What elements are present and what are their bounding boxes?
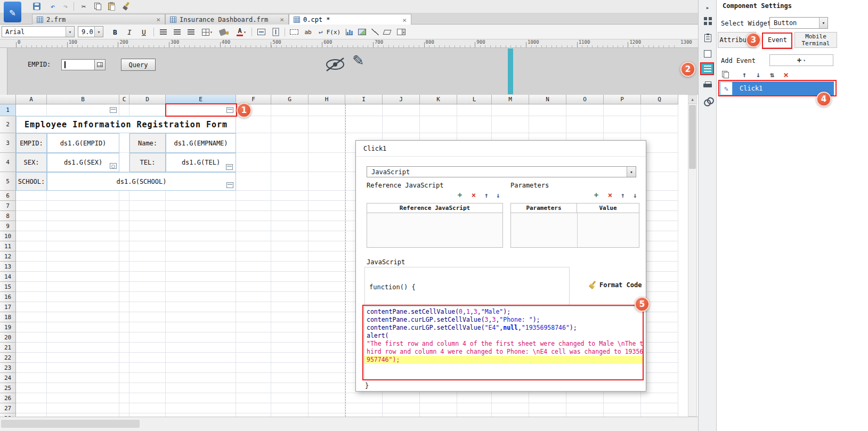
report-label-name[interactable]: Name: (129, 133, 166, 153)
report-value-school[interactable]: ds1.G(SCHOOL) (47, 172, 236, 191)
unmerge-cells-button[interactable] (269, 26, 282, 38)
column-header-C[interactable]: C (119, 95, 129, 104)
column-header-N[interactable]: N (529, 95, 566, 104)
italic-button[interactable]: I (123, 26, 136, 38)
empid-input[interactable] (61, 59, 95, 70)
javascript-code-editor[interactable]: contentPane.setCellValue(0,1,3,"Male");c… (364, 306, 643, 380)
tab-0cpt[interactable]: 0.cpt * × (289, 14, 411, 25)
column-header-A[interactable]: A (16, 95, 47, 104)
query-button[interactable]: Query (121, 59, 156, 71)
event-move-down-button[interactable]: ↓ (753, 69, 764, 80)
print-preview-icon[interactable] (703, 80, 712, 90)
report-label-school[interactable]: SCHOOL: (16, 172, 47, 191)
param-move-down-button[interactable]: ↓ (630, 190, 640, 200)
insert-shape-button[interactable] (380, 26, 393, 38)
chevron-down-icon[interactable]: ▾ (819, 18, 828, 28)
radio-widget-icon[interactable] (110, 163, 117, 169)
column-header-B[interactable]: B (47, 95, 119, 104)
horizontal-scrollbar[interactable] (0, 417, 698, 431)
column-header-L[interactable]: L (457, 95, 492, 104)
row-header-12[interactable]: 12 (0, 251, 16, 262)
row-header-24[interactable]: 24 (0, 373, 16, 383)
chevron-down-icon[interactable]: ▾ (66, 27, 74, 37)
row-header-11[interactable]: 11 (0, 241, 16, 251)
border-button[interactable]: ▾ (199, 26, 215, 38)
tab-insurance-dashboard[interactable]: Insurance Dashboard.frm × (165, 14, 289, 25)
add-parameter-button[interactable]: + (591, 190, 601, 200)
insert-line-button[interactable] (369, 26, 382, 38)
font-family-select[interactable]: Arial ▾ (2, 26, 75, 37)
tab-event[interactable]: Event (762, 32, 792, 48)
scroll-up-icon[interactable]: ▲ (688, 95, 696, 104)
report-label-tel[interactable]: TEL: (129, 153, 166, 172)
column-header-P[interactable]: P (604, 95, 641, 104)
text-field-button[interactable] (288, 26, 301, 38)
row-header-25[interactable]: 25 (0, 383, 16, 393)
report-value-empid[interactable]: ds1.G(EMPID) (47, 133, 119, 153)
row-header-22[interactable]: 22 (0, 353, 16, 363)
parameters-table[interactable]: Parameters Value (510, 203, 639, 248)
reference-js-table[interactable]: Reference JavaScript (367, 203, 503, 248)
save-button[interactable] (31, 2, 43, 11)
widget-select[interactable]: Button ▾ (769, 17, 828, 29)
format-code-button[interactable]: Format Code (589, 281, 642, 289)
row-header-3[interactable]: 3 (0, 133, 16, 153)
row-header-14[interactable]: 14 (0, 272, 16, 282)
delete-parameter-button[interactable]: × (605, 190, 615, 200)
row-header-16[interactable]: 16 (0, 292, 16, 302)
edit-pencil-icon[interactable]: ✎ (353, 49, 363, 70)
widget-marker-icon[interactable] (226, 107, 233, 113)
widget-settings-icon[interactable] (701, 63, 714, 75)
tab-mobile-terminal[interactable]: Mobile Terminal (794, 32, 837, 48)
widget-marker-icon[interactable] (226, 164, 233, 170)
format-painter-button[interactable] (120, 2, 132, 11)
tab-2frm[interactable]: 2.frm × (32, 14, 165, 25)
report-title-cell[interactable]: Employee Information Registration Form (16, 116, 236, 133)
insert-chart-button[interactable] (343, 26, 355, 38)
row-header-6[interactable]: 6 (0, 191, 16, 201)
close-icon[interactable]: × (156, 16, 160, 23)
row-header-20[interactable]: 20 (0, 332, 16, 343)
report-label-sex[interactable]: SEX: (16, 153, 47, 172)
widget-marker-icon[interactable] (226, 182, 233, 188)
chevron-down-icon[interactable]: ▾ (94, 27, 103, 37)
move-up-button[interactable]: ↑ (482, 190, 491, 200)
add-event-button[interactable]: + ▾ (769, 54, 833, 66)
edit-event-icon[interactable]: ✎ (720, 82, 733, 95)
column-header-J[interactable]: J (383, 95, 420, 104)
pane-resize-handle[interactable] (508, 48, 513, 94)
row-header-27[interactable]: 27 (0, 403, 16, 413)
collapse-panel-icon[interactable]: ▸ (703, 3, 712, 12)
column-header-G[interactable]: G (271, 95, 309, 104)
row-header-7[interactable]: 7 (0, 201, 16, 211)
scrollbar-thumb[interactable] (689, 105, 696, 169)
row-header-23[interactable]: 23 (0, 363, 16, 373)
row-header-19[interactable]: 19 (0, 322, 16, 332)
font-color-button[interactable]: A ▾ (233, 26, 249, 38)
merge-cells-button[interactable] (255, 26, 267, 38)
app-logo-icon[interactable]: ✎ (4, 2, 21, 22)
widget-marker-icon[interactable] (110, 107, 117, 113)
link-icon[interactable] (703, 97, 712, 107)
wrap-text-button[interactable]: ↩ (314, 26, 327, 38)
paste-button[interactable] (106, 2, 117, 11)
empid-dropdown-button[interactable] (94, 59, 106, 70)
event-delete-button[interactable]: × (781, 69, 791, 80)
report-value-sex[interactable]: ds1.G(SEX) (47, 153, 119, 172)
row-header-2[interactable]: 2 (0, 116, 16, 133)
row-header-9[interactable]: 9 (0, 221, 16, 231)
add-reference-button[interactable]: + (455, 190, 465, 200)
event-sort-button[interactable]: ⇅ (767, 69, 777, 80)
row-header-21[interactable]: 21 (0, 343, 16, 353)
row-header-18[interactable]: 18 (0, 312, 16, 322)
vertical-scrollbar[interactable]: ▲ (688, 95, 697, 417)
column-header-E[interactable]: E (166, 95, 236, 104)
copy-button[interactable] (92, 2, 103, 11)
align-center-button[interactable] (171, 26, 183, 38)
copy-event-button[interactable] (720, 69, 731, 80)
underline-button[interactable]: U (137, 26, 150, 38)
fill-color-button[interactable]: ▾ (216, 26, 232, 38)
font-size-select[interactable]: 9.0 ▾ (78, 26, 103, 37)
hide-preview-icon[interactable] (324, 56, 346, 74)
column-header-O[interactable]: O (566, 95, 604, 104)
